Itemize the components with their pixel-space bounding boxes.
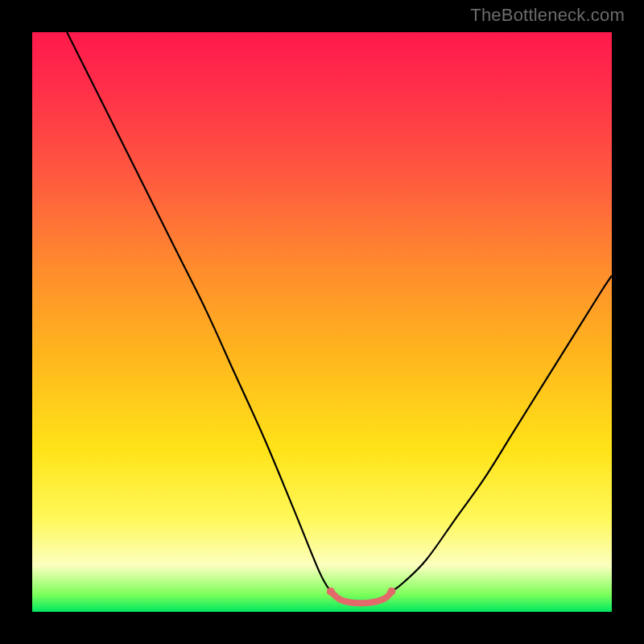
watermark-text: TheBottleneck.com — [470, 5, 625, 26]
curve-svg — [32, 32, 612, 612]
plot-area — [32, 32, 612, 612]
series-left-branch — [67, 32, 331, 592]
valley-end-dot-1 — [387, 588, 395, 596]
series-valley-emphasis — [331, 592, 392, 603]
chart-frame: TheBottleneck.com — [0, 0, 644, 644]
series-right-branch — [391, 275, 612, 591]
valley-end-dot-0 — [327, 588, 335, 596]
